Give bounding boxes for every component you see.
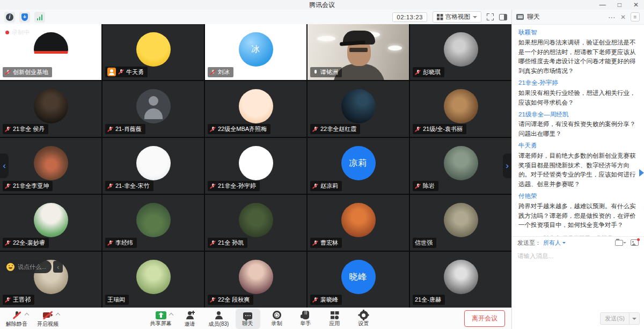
record-button[interactable]: 录制	[265, 309, 289, 329]
start-video-button[interactable]: 开启视频	[35, 309, 60, 329]
avatar	[34, 32, 68, 67]
close-icon[interactable]: ✕	[633, 0, 639, 10]
recording-dot-icon	[5, 31, 9, 34]
participant-tile[interactable]: 21-非全-宋竹	[103, 138, 204, 194]
screenshot-image-icon[interactable]	[631, 239, 639, 246]
minimize-icon[interactable]: —	[599, 0, 606, 10]
fullscreen-icon[interactable]	[487, 13, 494, 20]
mic-status-icon	[5, 126, 11, 133]
participant-tile[interactable]: 彭晓琪	[410, 24, 511, 80]
participant-tile[interactable]: 凉莉 赵凉莉	[308, 138, 409, 194]
participant-nametag: 22全 段秋爽	[208, 295, 253, 305]
meeting-info-button[interactable]: i	[4, 12, 15, 23]
participant-tile[interactable]: 王瑞闳	[103, 252, 204, 308]
emoji-icon[interactable]	[6, 263, 14, 271]
avatar	[34, 146, 68, 180]
meeting-top-toolbar: i + 02:13:23 宫格视图	[0, 10, 511, 24]
chat-menu-icon[interactable]: ≡	[631, 12, 640, 21]
mic-status-icon	[107, 126, 113, 133]
participant-tile[interactable]: 21全 孙凯	[205, 195, 306, 251]
mic-status-icon	[312, 126, 318, 133]
side-panel-toggle-icon[interactable]	[499, 14, 507, 20]
send-to-row: 发送至： 所有人	[512, 236, 644, 248]
more-options-icon[interactable]: ⋯	[608, 14, 616, 20]
participant-tile[interactable]: 21级/全-袁书丽	[410, 81, 511, 137]
participant-name: 刘冰	[218, 68, 230, 76]
security-button[interactable]: +	[19, 12, 30, 23]
chevron-up-icon[interactable]	[56, 312, 60, 317]
send-to-selector[interactable]: 所有人	[543, 239, 566, 247]
participant-tile[interactable]: 曹宏林	[308, 195, 409, 251]
message-text: 跨界对手越来越多，越难以预测。有什么实践方法吗？谭老师，您是做投资的，在评价一个…	[518, 202, 638, 230]
participant-nametag: 22级全MBA齐照梅	[208, 124, 270, 134]
apps-button[interactable]: 应用	[323, 309, 347, 329]
participant-tile[interactable]: 22非全赵红霞	[308, 81, 409, 137]
participant-name: 21非全 侯丹	[13, 125, 45, 133]
participant-tile[interactable]: 22全 段秋爽	[205, 252, 306, 308]
chevron-left-icon: ‹	[3, 160, 6, 171]
share-screen-button[interactable]: 共享屏幕	[149, 309, 173, 329]
meeting-actions: 共享屏幕 邀请 成员(83) 聊天 录制 举手 应用 设置	[149, 309, 376, 329]
participant-tile[interactable]: 晓峰 裴晓峰	[308, 252, 409, 308]
message-sender: 耿颖智	[518, 28, 638, 38]
maximize-icon[interactable]: □	[618, 0, 621, 10]
panel-resize-indicator[interactable]	[639, 169, 644, 177]
participant-tile[interactable]: 牛天勇	[103, 24, 204, 80]
participant-name: 21非全-孙宇婷	[218, 182, 256, 190]
participant-name: 21全-唐赫	[415, 296, 441, 304]
participant-nametag: 21-肖薇薇	[105, 124, 145, 134]
participant-name: 22级全MBA齐照梅	[218, 125, 267, 133]
record-icon	[273, 311, 281, 319]
window-title: 腾讯会议	[0, 1, 644, 10]
chevron-right-icon: ›	[506, 160, 509, 171]
participant-tile[interactable]: 22级全MBA齐照梅	[205, 81, 306, 137]
mic-status-icon	[312, 239, 318, 246]
participant-name: 21-肖薇薇	[115, 125, 142, 133]
chat-button[interactable]: 聊天	[236, 309, 260, 329]
mic-status-icon	[210, 69, 216, 76]
send-button[interactable]: 发送(S)	[600, 312, 640, 325]
participant-tile[interactable]: 21非全李亚坤	[0, 138, 101, 194]
chevron-down-icon[interactable]	[630, 318, 639, 320]
previous-page-arrow[interactable]: ‹	[0, 153, 9, 178]
participant-tile[interactable]: 22全-裴妙睿	[0, 195, 101, 251]
avatar	[136, 203, 171, 237]
chat-message-input[interactable]	[512, 248, 644, 302]
quick-chat-input[interactable]: 说点什么...	[3, 260, 52, 273]
view-mode-label: 宫格视图	[445, 13, 470, 21]
chevron-up-icon[interactable]	[169, 312, 173, 317]
leave-meeting-button[interactable]: 离开会议	[464, 310, 505, 327]
participant-tile[interactable]: 21非全-孙宇婷	[205, 138, 306, 194]
participant-tile[interactable]: 21-肖薇薇	[103, 81, 204, 137]
chevron-up-icon[interactable]	[25, 312, 29, 317]
hand-raised-badge-icon	[107, 68, 116, 76]
participant-tile[interactable]: 冰 刘冰	[205, 24, 306, 80]
chevron-down-icon	[562, 242, 566, 244]
avatar	[34, 203, 68, 237]
participant-tile[interactable]: 信世强	[410, 195, 511, 251]
layout-view-button[interactable]: 宫格视图	[433, 11, 481, 23]
participant-tile[interactable]: 陈岩	[410, 138, 511, 194]
participant-name: 21全 孙凯	[218, 239, 244, 247]
settings-button[interactable]: 设置	[352, 309, 376, 329]
invite-button[interactable]: 邀请	[178, 309, 202, 329]
chat-message-list[interactable]: 耿颖智 如果想用问卷法来调研，验证创业想法是不是一个好的想法时，想请教下老师更应…	[512, 25, 644, 236]
participant-tile[interactable]: 21全-唐赫	[410, 252, 511, 308]
file-attachment-icon[interactable]	[615, 240, 623, 246]
raise-hand-button[interactable]: 举手	[294, 309, 318, 329]
close-chat-icon[interactable]: ✕	[620, 13, 626, 21]
network-quality-button[interactable]	[34, 12, 45, 23]
chat-message: 21级非全—周经凯 请问谭老师，有没有投资失败的案例分享？问题出在哪里？	[518, 110, 638, 139]
participant-tile-active-speaker[interactable]: 谭铭洲	[308, 24, 409, 80]
participant-nametag: 赵凉莉	[310, 181, 342, 191]
participant-tile[interactable]: 李经纬	[103, 195, 204, 251]
participant-name: 曹宏林	[320, 239, 338, 247]
avatar	[444, 146, 478, 180]
recalled-message-notice: 21非全 侯丹撤回了一条消息	[518, 233, 638, 236]
unmute-button[interactable]: 解除静音	[4, 309, 29, 329]
collapse-quick-chat-button[interactable]: ‹	[53, 261, 63, 273]
apps-grid-icon	[331, 311, 339, 319]
participant-tile[interactable]: 21非全 侯丹	[0, 81, 101, 137]
members-button[interactable]: 成员(83)	[207, 309, 231, 329]
next-page-arrow[interactable]: ›	[503, 153, 511, 178]
